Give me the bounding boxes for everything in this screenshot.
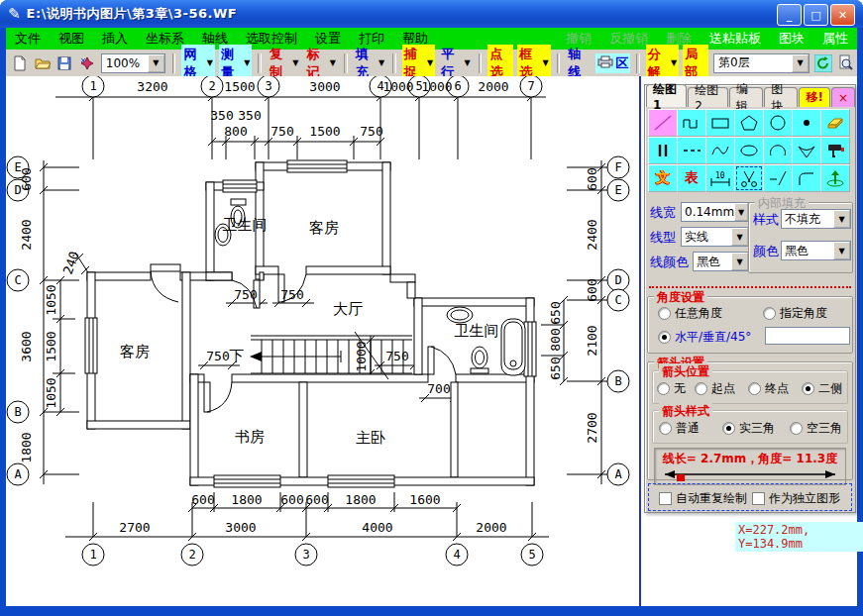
axis-label: B bbox=[614, 374, 621, 388]
radio-arrow-end[interactable]: 终点 bbox=[748, 380, 789, 397]
ellipse-tool[interactable] bbox=[734, 137, 764, 164]
trim-tool[interactable] bbox=[763, 164, 793, 192]
rect-tool[interactable] bbox=[705, 109, 735, 137]
fillet-tool[interactable] bbox=[792, 164, 821, 192]
elevate-tool[interactable] bbox=[820, 164, 850, 192]
chevron-down-icon[interactable]: ▼ bbox=[465, 58, 471, 67]
radio-arrow-start[interactable]: 起点 bbox=[695, 380, 735, 397]
area-print-button[interactable]: 区 bbox=[595, 53, 630, 73]
room-label: 下 bbox=[230, 347, 245, 364]
chevron-down-icon[interactable]: ▼ bbox=[148, 54, 164, 72]
chevron-down-icon[interactable]: ▼ bbox=[731, 228, 748, 246]
fill-color-label: 颜色 bbox=[753, 243, 779, 260]
preview-button[interactable] bbox=[836, 52, 856, 74]
polygon-tool[interactable] bbox=[734, 109, 764, 137]
axis-label: C bbox=[14, 273, 21, 287]
chevron-down-icon[interactable]: ▼ bbox=[543, 58, 549, 67]
menu-right-item-5[interactable]: 属性 bbox=[813, 30, 857, 48]
cut-tool[interactable] bbox=[734, 164, 764, 192]
toolbar-separator bbox=[636, 53, 640, 73]
chevron-down-icon[interactable]: ▼ bbox=[833, 242, 850, 259]
radio-arrow-none[interactable]: 无 bbox=[657, 380, 686, 397]
angle-input[interactable] bbox=[765, 327, 850, 345]
chevron-down-icon[interactable]: ▼ bbox=[427, 58, 433, 67]
layer-select[interactable]: 第0层▼ bbox=[713, 53, 809, 73]
paint-tool[interactable] bbox=[820, 137, 850, 164]
chevron-down-icon[interactable]: ▼ bbox=[731, 253, 748, 270]
radio-horizontal-vertical-45[interactable]: 水平/垂直/45° bbox=[658, 329, 751, 346]
tab-图块[interactable]: 图块 bbox=[764, 87, 798, 107]
dimension-label: 2000 bbox=[476, 520, 506, 535]
axis-label: 7 bbox=[527, 79, 534, 93]
dimension-label: 1600 bbox=[409, 492, 440, 507]
line-type-select[interactable]: 实线 ▼ bbox=[681, 227, 749, 247]
fill-color-select[interactable]: 黑色 ▼ bbox=[781, 241, 851, 260]
minimize-button[interactable]: _ bbox=[777, 4, 802, 26]
menu-right-item-4[interactable]: 图块 bbox=[770, 30, 813, 48]
plot-button[interactable] bbox=[76, 52, 96, 74]
radio-specified-angle[interactable]: 指定角度 bbox=[763, 305, 827, 322]
sector-tool[interactable] bbox=[792, 137, 821, 164]
independent-shape-checkbox[interactable]: 作为独立图形 bbox=[752, 490, 840, 507]
line-width-select[interactable]: 0.14mm ▼ bbox=[681, 202, 749, 222]
auto-repeat-checkbox[interactable]: 自动重复绘制 bbox=[659, 490, 747, 507]
dimension-tool[interactable]: 10 bbox=[705, 164, 735, 192]
drag-handle[interactable] bbox=[677, 474, 685, 481]
circle-tool[interactable] bbox=[763, 109, 793, 137]
repeat-options-strip: 自动重复绘制 作为独立图形 bbox=[648, 483, 852, 511]
save-button[interactable] bbox=[54, 52, 74, 74]
arc-tool[interactable] bbox=[763, 137, 793, 164]
close-button[interactable]: ✕ bbox=[830, 4, 855, 26]
fill-style-select[interactable]: 不填充 ▼ bbox=[781, 209, 851, 229]
chevron-down-icon[interactable]: ▼ bbox=[378, 58, 384, 67]
dimension-label: 600 bbox=[305, 492, 328, 507]
menu-item-1[interactable]: 视图 bbox=[50, 30, 93, 48]
table-tool[interactable]: 表 bbox=[677, 164, 706, 192]
line-color-select[interactable]: 黑色 ▼ bbox=[693, 252, 749, 271]
tab-编辑[interactable]: 编辑 bbox=[729, 87, 763, 107]
menu-item-0[interactable]: 文件 bbox=[6, 30, 50, 48]
tab-移![interactable]: 移! bbox=[799, 87, 829, 107]
radio-arrow-normal[interactable]: 普通 bbox=[659, 420, 700, 437]
radio-arrow-solid-triangle[interactable]: 实三角 bbox=[722, 420, 775, 437]
point-tool[interactable] bbox=[792, 109, 821, 137]
chevron-down-icon[interactable]: ▼ bbox=[292, 58, 298, 67]
chevron-down-icon[interactable]: ▼ bbox=[792, 54, 809, 72]
open-file-button[interactable] bbox=[32, 52, 52, 74]
chevron-down-icon[interactable]: ▼ bbox=[671, 58, 677, 67]
tab-绘图2[interactable]: 绘图2 bbox=[688, 87, 728, 107]
dimension-label: 1500 bbox=[44, 331, 58, 361]
zoom-select[interactable]: 100%▼ bbox=[101, 53, 165, 73]
menu-right-item-3[interactable]: 送粘贴板 bbox=[701, 30, 770, 48]
double-line-tool[interactable] bbox=[648, 137, 678, 164]
chevron-down-icon[interactable]: ▼ bbox=[833, 210, 850, 228]
chevron-down-icon[interactable]: ▼ bbox=[244, 58, 250, 67]
angle-settings-title: 角度设置 bbox=[654, 289, 707, 306]
menu-item-2[interactable]: 插入 bbox=[93, 30, 137, 48]
line-info-box: 线长= 2.7mm，角度= 11.3度 bbox=[654, 448, 846, 485]
dimension-label: 3000 bbox=[309, 79, 340, 94]
line-tool[interactable] bbox=[648, 109, 678, 137]
main-toolbar: 100%▼网格▼测量▼复制▼标记▼填充▼捕捉▼平行▼点选框选▼轴线区分解▼局部第… bbox=[6, 50, 857, 77]
dimension-label: 1800 bbox=[345, 492, 376, 507]
radio-arrow-both[interactable]: 二侧 bbox=[802, 380, 842, 397]
refresh-button[interactable] bbox=[813, 52, 833, 74]
chevron-down-icon[interactable]: ▼ bbox=[330, 58, 336, 67]
radio-arrow-hollow-triangle[interactable]: 空三角 bbox=[790, 420, 842, 437]
new-file-button[interactable] bbox=[10, 52, 30, 74]
red-separator bbox=[649, 286, 851, 288]
eraser-tool[interactable] bbox=[820, 109, 850, 137]
tab-绘图1[interactable]: 绘图1 bbox=[646, 84, 687, 107]
maximize-button[interactable]: □ bbox=[804, 4, 828, 26]
chevron-down-icon[interactable]: ▼ bbox=[734, 203, 748, 221]
chevron-down-icon[interactable]: ▼ bbox=[207, 58, 213, 67]
axis-label: B bbox=[14, 405, 21, 419]
panel-close-tab[interactable]: × bbox=[831, 87, 855, 107]
dashed-line-tool[interactable] bbox=[677, 137, 706, 164]
toolbar-separator bbox=[557, 53, 561, 73]
text-tool[interactable]: 文 bbox=[648, 164, 678, 192]
curve-tool[interactable] bbox=[705, 137, 735, 164]
radio-any-angle[interactable]: 任意角度 bbox=[658, 305, 722, 322]
polyline-tool[interactable] bbox=[677, 109, 706, 137]
dimension-label: 2700 bbox=[119, 520, 150, 535]
